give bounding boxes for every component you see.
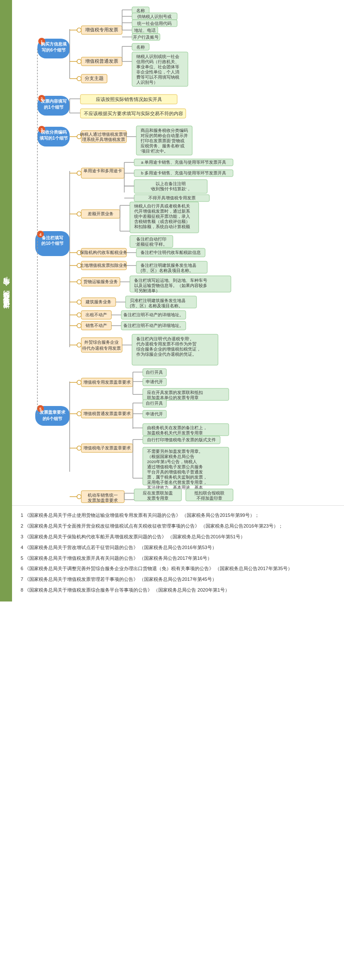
svg-text:增值税专用发票: 增值税专用发票 [85, 27, 118, 32]
svg-text:可另附清单）: 可另附清单） [134, 288, 160, 293]
content-wrapper: 1 购买方信息填 写的6个细节 增值税专用发票 [12, 0, 344, 601]
svg-text:差额开票业务: 差额开票业务 [88, 211, 114, 216]
svg-point-185 [77, 380, 81, 385]
svg-text:通过增值税电子发票公共服务: 通过增值税电子发票公共服务 [147, 464, 203, 469]
side-label-container: 增值税发票开具必知的24个细节 [0, 0, 12, 601]
svg-text:(市、区）名称及项目名称。: (市、区）名称及项目名称。 [141, 268, 194, 273]
references-section: 1 《国家税务总局关于停止使用货物运输业增值税专用发票有关问题的公告》 （国家税… [12, 505, 344, 601]
ref-6: 6 《国家税务总局关于调整完善外贸综合服务企业办理出口货物退（免）税有关事项的公… [21, 564, 335, 573]
svg-text:开户行及账号: 开户行及账号 [133, 35, 159, 40]
svg-point-233 [77, 495, 81, 499]
svg-text:购买方信息填: 购买方信息填 [40, 42, 67, 46]
svg-text:4: 4 [39, 232, 41, 237]
svg-text:出租不动产: 出租不动产 [86, 312, 107, 317]
svg-text:以及运输货物信息等。（如果内容较多: 以及运输货物信息等。（如果内容较多 [134, 283, 207, 288]
side-label: 增值税发票开具必知的24个细节 [2, 284, 10, 318]
svg-text:(市、区）名称及项目名称。: (市、区）名称及项目名称。 [130, 303, 183, 308]
svg-text:写的6个细节: 写的6个细节 [42, 48, 66, 52]
svg-text:土地增值税发票扣除业务: 土地增值税发票扣除业务 [80, 263, 127, 268]
ref-1: 1 《国家税务总局关于停止使用货物运输业增值税专用发票有关问题的公告》 （国家税… [21, 511, 335, 520]
svg-text:不得加盖印章: 不得加盖印章 [197, 496, 222, 501]
svg-text:（根据国家税务总局公告: （根据国家税务总局公告 [147, 454, 194, 459]
svg-text:抵扣联合报税联: 抵扣联合报税联 [194, 491, 224, 495]
svg-text:纳税人自行开具或者税务机关: 纳税人自行开具或者税务机关 [134, 204, 190, 208]
svg-text:代开增值税发票时，通过新系: 代开增值税发票时，通过新系 [134, 209, 190, 214]
svg-text:外贸综合服务企业: 外贸综合服务企业 [84, 340, 119, 345]
svg-text:平台开具的增值税电子普通发: 平台开具的增值税电子普通发 [147, 470, 203, 474]
svg-point-8 [77, 28, 81, 32]
svg-text:'项目'栏次中。: '项目'栏次中。 [141, 149, 168, 153]
svg-text:统一社会信用代码: 统一社会信用代码 [137, 21, 172, 26]
svg-text:分支主题: 分支主题 [85, 76, 104, 81]
svg-text:货物运输服务业务: 货物运输服务业务 [83, 279, 118, 284]
svg-text:贝准栏注明建筑服务发生地县: 贝准栏注明建筑服务发生地县 [130, 298, 186, 303]
svg-text:保险机构代收车船税业务: 保险机构代收车船税业务 [80, 250, 127, 255]
svg-text:加盖税务机关代开发票专用章: 加盖税务机关代开发票专用章 [147, 430, 203, 435]
svg-text:发票专用章: 发票专用章 [147, 496, 169, 501]
svg-text:增值税电子发票盖章要求: 增值税电子发票盖章要求 [83, 446, 131, 450]
svg-text:名称: 名称 [136, 45, 145, 49]
svg-text:建筑服务业务: 建筑服务业务 [85, 299, 111, 304]
svg-point-105 [77, 212, 81, 216]
ref-7: 7 《国家税务总局关于增值税发票管理若干事项的公告》 （国家税务总局公告2017… [21, 575, 335, 584]
svg-text:非企业性单位，个人消: 非企业性单位，个人消 [136, 70, 179, 74]
svg-text:备注栏中注明代收车船税款信息: 备注栏中注明代收车船税款信息 [141, 250, 201, 255]
svg-text:应该按照实际销售情况如实开具: 应该按照实际销售情况如实开具 [96, 97, 162, 102]
svg-text:备注栏注明建筑服务发生地县: 备注栏注明建筑服务发生地县 [141, 263, 197, 268]
svg-text:应税劳务、服务名称'或: 应税劳务、服务名称'或 [141, 143, 184, 148]
svg-text:备注栏自动打印: 备注栏自动打印 [136, 237, 166, 241]
svg-text:理系统开具增值税发票: 理系统开具增值税发票 [82, 137, 125, 142]
svg-text:费等可以不用填写纳税: 费等可以不用填写纳税 [136, 75, 179, 79]
svg-text:商品和服务税收分类编码: 商品和服务税收分类编码 [141, 128, 188, 133]
svg-point-167 [77, 343, 81, 347]
svg-point-215 [77, 446, 81, 450]
mindmap-container: 1 购买方信息填 写的6个细节 增值税专用发票 [12, 0, 344, 505]
svg-text:发票加盖章要求: 发票加盖章要求 [88, 498, 118, 503]
svg-text:备注栏内注明'代办退税专用'。: 备注栏内注明'代办退税专用'。 [136, 336, 194, 341]
svg-text:填写的1个细节: 填写的1个细节 [39, 136, 68, 140]
svg-point-86 [77, 171, 81, 175]
svg-text:以上在备注注明: 以上在备注注明 [156, 181, 186, 186]
svg-text:信用代码（行政机关、: 信用代码（行政机关、 [136, 59, 179, 64]
svg-text:的1个细节: 的1个细节 [44, 105, 64, 110]
svg-text:代办退税专用发票不得作为外贸: 代办退税专用发票不得作为外贸 [136, 342, 197, 346]
svg-point-28 [77, 59, 81, 64]
ref-8: 8 《国家税务总局关于增值税发票综合服务平台等事项的公告》 （国家税务总局公告 … [21, 586, 335, 595]
svg-text:申请代开: 申请代开 [146, 412, 163, 416]
svg-text:作为综服企业代办退税的凭证。: 作为综服企业代办退税的凭证。 [136, 352, 197, 357]
svg-point-160 [77, 324, 81, 328]
svg-text:自行开具: 自行开具 [146, 401, 163, 406]
svg-text:含税销售额（或含税评估额）: 含税销售额（或含税评估额） [134, 219, 190, 224]
svg-text:人识别号）: 人识别号） [136, 80, 158, 85]
svg-text:的6个细节: 的6个细节 [43, 416, 63, 421]
svg-text:申请代开: 申请代开 [146, 379, 163, 384]
svg-text:地址、电话: 地址、电话 [134, 28, 156, 33]
svg-text:不需要另外加盖发票专用章。: 不需要另外加盖发票专用章。 [147, 449, 203, 454]
svg-text:名称: 名称 [136, 8, 145, 13]
svg-text:销售不动产: 销售不动产 [85, 323, 107, 328]
svg-text:统中差额征税开票功能，录入: 统中差额征税开票功能，录入 [134, 214, 190, 219]
svg-point-153 [77, 313, 81, 317]
svg-point-44 [77, 76, 81, 81]
svg-text:单用途卡和多用途卡: 单用途卡和多用途卡 [83, 168, 122, 173]
svg-text:2020年第1号公告，纳税人: 2020年第1号公告，纳税人 [147, 459, 197, 464]
svg-text:联加盖本单位的发票专用章: 联加盖本单位的发票专用章 [147, 395, 199, 400]
svg-text:a 单用途卡销售、充值与使用等环节发票开具: a 单用途卡销售、充值与使用等环节发票开具 [141, 160, 226, 165]
svg-text:票，属于税务机关监制的发票，: 票，属于税务机关监制的发票， [147, 475, 207, 479]
svg-text:增值税普通发票: 增值税普通发票 [85, 58, 118, 64]
svg-text:不应该根据买方要求填写与实际交易不符的内容: 不应该根据买方要求填写与实际交易不符的内容 [84, 111, 183, 116]
svg-text:的10个细节: 的10个细节 [41, 241, 64, 246]
svg-text:发票盖章要求: 发票盖章要求 [39, 409, 66, 415]
svg-text:打印在发票票面'货物或: 打印在发票票面'货物或 [140, 138, 184, 143]
svg-text:事业单位、社会团体等: 事业单位、社会团体等 [136, 64, 179, 69]
svg-text:自行打印增值税电子发票的版式文件: 自行打印增值税电子发票的版式文件 [147, 437, 216, 442]
svg-text:供纳税人识别号或: 供纳税人识别号或 [137, 14, 172, 19]
svg-text:备注栏注明不动产的详细地址。: 备注栏注明不动产的详细地址。 [123, 312, 184, 317]
svg-text:纳税人通过增值税发票管: 纳税人通过增值税发票管 [80, 132, 127, 137]
svg-text:b 多用途卡销售、充值与使用等环节发票开具: b 多用途卡销售、充值与使用等环节发票开具 [141, 171, 226, 175]
svg-text:备注栏填写起运地、到达地、车种车号: 备注栏填写起运地、到达地、车种车号 [134, 278, 207, 283]
svg-text:增值税普通发票盖章要求: 增值税普通发票盖章要求 [83, 411, 131, 416]
svg-text:税收分类编码: 税收分类编码 [40, 130, 67, 134]
svg-text:对应的简称会自动显示并: 对应的简称会自动显示并 [141, 133, 188, 138]
svg-text:纳税人识别或统一社会: 纳税人识别或统一社会 [136, 54, 179, 59]
